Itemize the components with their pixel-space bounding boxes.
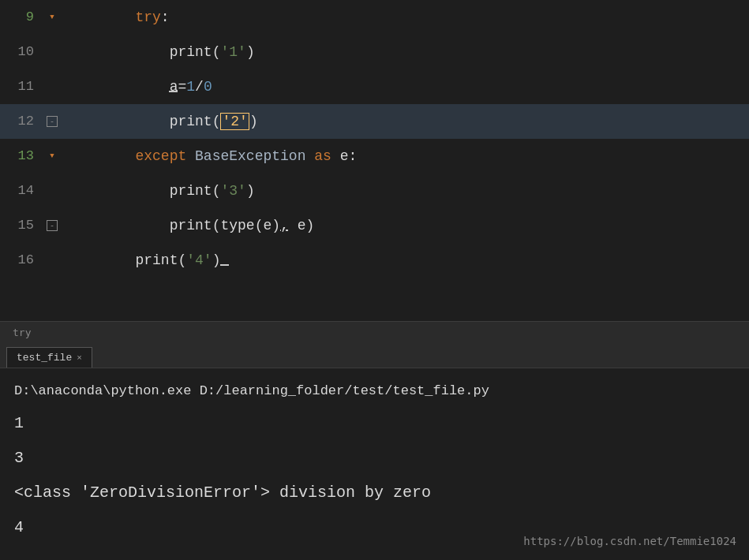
underline-end — [220, 252, 229, 268]
terminal-section: test_file × D:\anaconda\python.exe D:/le… — [0, 343, 749, 560]
terminal-url-text: https://blog.csdn.net/Temmie1024 — [523, 535, 736, 547]
fold-icon-13 — [50, 139, 54, 174]
fold-gutter-12[interactable]: - — [43, 104, 61, 139]
output-line-1-text: 1 — [14, 414, 24, 432]
fold-box-12: - — [47, 116, 58, 127]
terminal-output-2: 3 — [14, 441, 735, 476]
line-number-15: 15 — [0, 208, 43, 243]
line-number-12: 12 — [0, 104, 43, 139]
terminal-output-1: 1 — [14, 406, 735, 441]
code-line-16: 16 print('4') — [0, 243, 749, 278]
line-number-13: 13 — [0, 139, 43, 174]
func-print-16: print — [135, 252, 178, 268]
fold-gutter-11 — [43, 69, 61, 104]
footer-breadcrumb: try — [13, 327, 31, 338]
editor-footer: try — [0, 321, 749, 343]
line-number-11: 11 — [0, 69, 43, 104]
terminal-tab-close[interactable]: × — [77, 353, 82, 363]
fold-gutter-16 — [43, 243, 61, 278]
line-number-14: 14 — [0, 174, 43, 208]
line-number-10: 10 — [0, 35, 43, 69]
fold-icon-9 — [50, 0, 54, 35]
terminal-command-text: D:\anaconda\python.exe D:/learning_folde… — [14, 383, 489, 398]
fold-gutter-10 — [43, 35, 61, 69]
line-number-16: 16 — [0, 243, 43, 278]
terminal-url-area: https://blog.csdn.net/Temmie1024 — [523, 535, 736, 547]
terminal-command-line: D:\anaconda\python.exe D:/learning_folde… — [14, 381, 735, 401]
terminal-output-3: <class 'ZeroDivisionError'> division by … — [14, 476, 735, 510]
output-line-2-text: 3 — [14, 449, 24, 467]
fold-box-15: - — [47, 220, 58, 231]
terminal-output-area: D:\anaconda\python.exe D:/learning_folde… — [0, 368, 749, 560]
fold-gutter-13[interactable] — [43, 139, 61, 174]
fold-gutter-14 — [43, 174, 61, 208]
code-container: 9 try: 10 print('1') 11 a=1/0 — [0, 0, 749, 321]
fold-gutter-9[interactable] — [43, 0, 61, 35]
line-number-9: 9 — [0, 0, 43, 35]
terminal-tab-label: test_file — [17, 352, 72, 364]
output-line-4-text: 4 — [14, 518, 24, 536]
terminal-tab-test-file[interactable]: test_file × — [6, 347, 92, 368]
str-4: '4' — [186, 252, 212, 268]
fold-gutter-15[interactable]: - — [43, 208, 61, 243]
terminal-tabs-bar: test_file × — [0, 343, 749, 368]
output-line-3-text: <class 'ZeroDivisionError'> division by … — [14, 483, 431, 502]
line-content-16: print('4') — [61, 208, 749, 312]
editor-area: 9 try: 10 print('1') 11 a=1/0 — [0, 0, 749, 343]
